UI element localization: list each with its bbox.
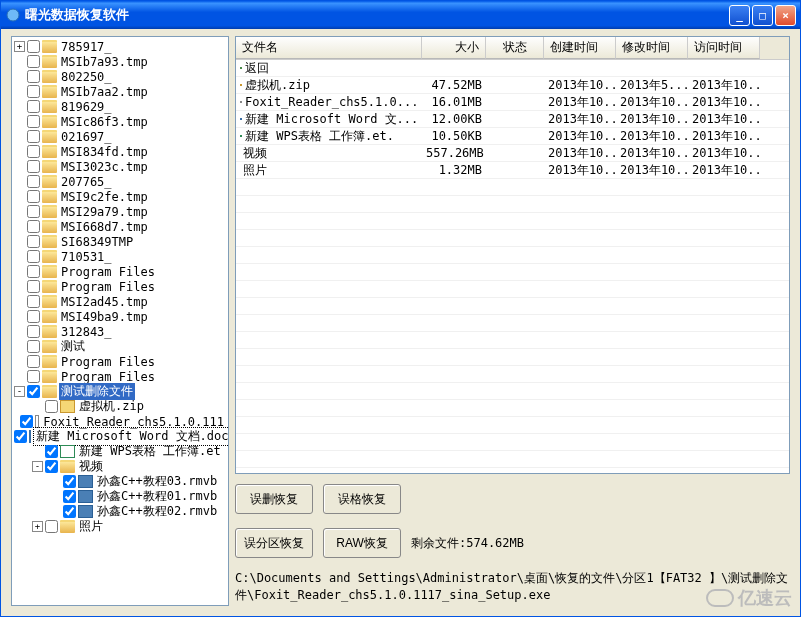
tree-label[interactable]: 021697_ [59, 130, 114, 144]
tree-checkbox[interactable] [27, 190, 40, 203]
tree-item[interactable]: MSIc86f3.tmp [14, 114, 226, 129]
tree-checkbox[interactable] [63, 505, 76, 518]
col-atime[interactable]: 访问时间 [688, 37, 760, 59]
tree-item[interactable]: Program Files [14, 369, 226, 384]
tree-item[interactable]: +照片 [14, 519, 226, 534]
tree-checkbox[interactable] [20, 415, 33, 428]
tree-checkbox[interactable] [45, 400, 58, 413]
expand-toggle[interactable]: - [14, 386, 25, 397]
tree-label[interactable]: Program Files [59, 280, 157, 294]
minimize-button[interactable]: _ [729, 5, 750, 26]
titlebar[interactable]: 曙光数据恢复软件 _ □ × [1, 1, 800, 29]
file-list[interactable]: 文件名 大小 状态 创建时间 修改时间 访问时间 返回虚拟机.zip47.52M… [235, 36, 790, 474]
list-header[interactable]: 文件名 大小 状态 创建时间 修改时间 访问时间 [236, 37, 789, 60]
tree-label[interactable]: 虚拟机.zip [77, 398, 146, 415]
tree-checkbox[interactable] [27, 100, 40, 113]
col-filename[interactable]: 文件名 [236, 37, 422, 59]
tree-label[interactable]: 819629_ [59, 100, 114, 114]
tree-item[interactable]: 新建 WPS表格 工作簿.et [14, 444, 226, 459]
tree-item[interactable]: 312843_ [14, 324, 226, 339]
tree-label[interactable]: MSIb7aa2.tmp [59, 85, 150, 99]
tree-item[interactable]: MSI834fd.tmp [14, 144, 226, 159]
tree-checkbox[interactable] [63, 490, 76, 503]
tree-checkbox[interactable] [27, 370, 40, 383]
format-recover-button[interactable]: 误格恢复 [323, 484, 401, 514]
folder-tree[interactable]: +785917_MSIb7a93.tmp802250_MSIb7aa2.tmp8… [11, 36, 229, 606]
expand-toggle[interactable]: + [14, 41, 25, 52]
expand-toggle[interactable]: - [32, 461, 43, 472]
tree-checkbox[interactable] [27, 250, 40, 263]
tree-item[interactable]: 802250_ [14, 69, 226, 84]
tree-label[interactable]: SI68349TMP [59, 235, 135, 249]
tree-item[interactable]: SI68349TMP [14, 234, 226, 249]
tree-item[interactable]: MSI668d7.tmp [14, 219, 226, 234]
tree-item[interactable]: 新建 Microsoft Word 文档.doc [14, 429, 226, 444]
tree-item[interactable]: 测试 [14, 339, 226, 354]
tree-label[interactable]: MSI29a79.tmp [59, 205, 150, 219]
tree-checkbox[interactable] [27, 175, 40, 188]
partition-recover-button[interactable]: 误分区恢复 [235, 528, 313, 558]
tree-label[interactable]: 照片 [77, 518, 105, 535]
tree-item[interactable]: Program Files [14, 279, 226, 294]
tree-item[interactable]: MSI49ba9.tmp [14, 309, 226, 324]
tree-item[interactable]: 021697_ [14, 129, 226, 144]
tree-label[interactable]: MSI9c2fe.tmp [59, 190, 150, 204]
list-row[interactable]: 新建 WPS表格 工作簿.et.10.50KB2013年10...2013年10… [236, 128, 789, 145]
close-button[interactable]: × [775, 5, 796, 26]
tree-item[interactable]: Program Files [14, 354, 226, 369]
tree-label[interactable]: MSI2ad45.tmp [59, 295, 150, 309]
list-row[interactable]: Foxit_Reader_chs5.1.0...16.01MB2013年10..… [236, 94, 789, 111]
tree-checkbox[interactable] [27, 160, 40, 173]
expand-toggle[interactable]: + [32, 521, 43, 532]
tree-checkbox[interactable] [27, 85, 40, 98]
delete-recover-button[interactable]: 误删恢复 [235, 484, 313, 514]
tree-item[interactable]: MSI9c2fe.tmp [14, 189, 226, 204]
tree-checkbox[interactable] [27, 70, 40, 83]
tree-item[interactable]: MSI29a79.tmp [14, 204, 226, 219]
list-body[interactable]: 返回虚拟机.zip47.52MB2013年10...2013年5...2013年… [236, 60, 789, 473]
tree-checkbox[interactable] [14, 430, 27, 443]
tree-checkbox[interactable] [45, 460, 58, 473]
list-row[interactable]: 新建 Microsoft Word 文...12.00KB2013年10...2… [236, 111, 789, 128]
tree-checkbox[interactable] [27, 295, 40, 308]
tree-checkbox[interactable] [27, 145, 40, 158]
tree-item[interactable]: MSIb7a93.tmp [14, 54, 226, 69]
tree-checkbox[interactable] [45, 445, 58, 458]
tree-label[interactable]: 312843_ [59, 325, 114, 339]
tree-checkbox[interactable] [27, 220, 40, 233]
tree-checkbox[interactable] [63, 475, 76, 488]
tree-checkbox[interactable] [27, 355, 40, 368]
tree-label[interactable]: 207765_ [59, 175, 114, 189]
col-size[interactable]: 大小 [422, 37, 486, 59]
tree-label[interactable]: MSI668d7.tmp [59, 220, 150, 234]
col-ctime[interactable]: 创建时间 [544, 37, 616, 59]
tree-checkbox[interactable] [27, 325, 40, 338]
tree-label[interactable]: Program Files [59, 355, 157, 369]
list-row[interactable]: 照片1.32MB2013年10...2013年10...2013年10... [236, 162, 789, 179]
tree-label[interactable]: 785917_ [59, 40, 114, 54]
tree-label[interactable]: 孙鑫C++教程02.rmvb [95, 503, 219, 520]
list-row[interactable]: 虚拟机.zip47.52MB2013年10...2013年5...2013年10… [236, 77, 789, 94]
tree-checkbox[interactable] [27, 40, 40, 53]
tree-item[interactable]: +785917_ [14, 39, 226, 54]
tree-item[interactable]: MSI2ad45.tmp [14, 294, 226, 309]
tree-checkbox[interactable] [27, 55, 40, 68]
tree-checkbox[interactable] [27, 280, 40, 293]
tree-item[interactable]: MSI3023c.tmp [14, 159, 226, 174]
tree-label[interactable]: MSIb7a93.tmp [59, 55, 150, 69]
tree-item[interactable]: 孙鑫C++教程02.rmvb [14, 504, 226, 519]
raw-recover-button[interactable]: RAW恢复 [323, 528, 401, 558]
tree-checkbox[interactable] [27, 385, 40, 398]
tree-label[interactable]: MSI3023c.tmp [59, 160, 150, 174]
tree-label[interactable]: 测试 [59, 338, 87, 355]
tree-checkbox[interactable] [45, 520, 58, 533]
tree-checkbox[interactable] [27, 340, 40, 353]
tree-label[interactable]: Program Files [59, 370, 157, 384]
tree-label[interactable]: MSI49ba9.tmp [59, 310, 150, 324]
tree-checkbox[interactable] [27, 205, 40, 218]
tree-label[interactable]: 710531_ [59, 250, 114, 264]
list-row[interactable]: 视频557.26MB2013年10...2013年10...2013年10... [236, 145, 789, 162]
tree-item[interactable]: Program Files [14, 264, 226, 279]
list-row[interactable]: 返回 [236, 60, 789, 77]
col-status[interactable]: 状态 [486, 37, 544, 59]
